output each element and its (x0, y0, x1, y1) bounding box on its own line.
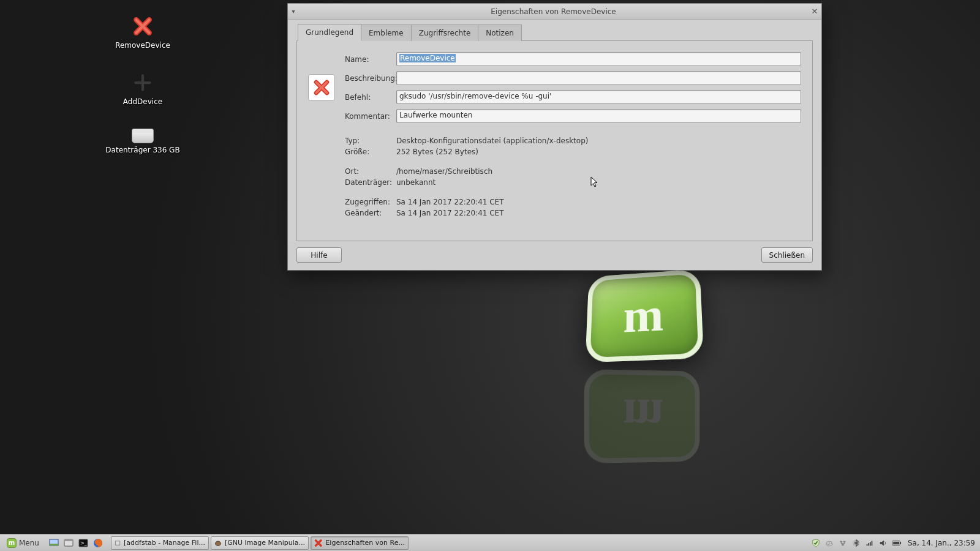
svg-rect-1 (50, 544, 58, 545)
terminal-icon: >_ (78, 538, 88, 548)
start-menu-label: Menu (19, 539, 39, 547)
tab-basic[interactable]: Grundlegend (298, 24, 361, 41)
value-accessed: Sa 14 Jan 2017 22:20:41 CET (396, 198, 504, 206)
label-name: Name: (345, 55, 396, 64)
name-input[interactable]: RemoveDevice (396, 52, 801, 66)
file-manager-launcher[interactable] (62, 536, 75, 550)
drive-icon (132, 129, 154, 143)
label-volume: Datenträger: (345, 178, 396, 187)
desktop-icon-label: RemoveDevice (115, 41, 170, 50)
system-tray: Sa, 14. Jan., 23:59 (811, 538, 975, 548)
label-description: Beschreibung: (345, 74, 396, 83)
label-type: Typ: (345, 137, 396, 145)
value-location: /home/maser/Schreibtisch (396, 167, 492, 176)
remove-icon (314, 539, 322, 547)
value-size: 252 Bytes (252 Bytes) (396, 148, 478, 156)
command-input[interactable]: gksudo '/usr/sbin/remove-device %u -gui' (396, 90, 801, 104)
taskbar: m Menu >_ [addfstab - Manage Fil... [GNU (0, 534, 980, 551)
label-modified: Geändert: (345, 209, 396, 217)
properties-window: ▾ Eigenschaften von RemoveDevice ✕ Grund… (287, 3, 822, 271)
wifi-icon[interactable] (865, 538, 875, 548)
value-modified: Sa 14 Jan 2017 22:20:41 CET (396, 209, 504, 217)
window-menu-button[interactable]: ▾ (288, 8, 299, 15)
svg-rect-22 (893, 541, 899, 544)
bluetooth-icon[interactable] (851, 538, 861, 548)
task-addfstab[interactable]: [addfstab - Manage Fil... (111, 536, 209, 550)
label-accessed: Zugegriffen: (345, 198, 396, 206)
svg-rect-17 (868, 543, 869, 545)
launcher-icon-button[interactable] (308, 74, 335, 101)
tab-content-basic: Name: RemoveDevice Beschreibung: Befehl:… (296, 40, 813, 241)
desktop-icon-drive[interactable]: Datenträger 336 GB (103, 129, 183, 154)
description-input[interactable] (396, 71, 801, 85)
desktop-icon-removedevice[interactable]: RemoveDevice (103, 16, 183, 50)
tab-strip: Grundlegend Embleme Zugriffsrechte Notiz… (298, 23, 813, 40)
cloud-icon[interactable] (824, 538, 834, 548)
wallpaper-logo: m (585, 269, 720, 373)
task-gimp[interactable]: [GNU Image Manipula... (211, 536, 309, 550)
shield-icon[interactable] (811, 538, 821, 548)
svg-text:>_: >_ (80, 541, 88, 546)
desktop[interactable]: m m RemoveDevice AddDevice Datenträger 3… (0, 0, 980, 534)
tab-permissions[interactable]: Zugriffsrechte (411, 24, 479, 41)
desktop-icon-label: Datenträger 336 GB (105, 146, 179, 154)
close-dialog-button[interactable]: Schließen (761, 247, 813, 263)
help-button[interactable]: Hilfe (296, 247, 342, 263)
desktop-icon-adddevice[interactable]: AddDevice (103, 72, 183, 106)
svg-rect-7 (115, 541, 120, 544)
close-button[interactable]: ✕ (808, 7, 821, 16)
app-icon (115, 539, 121, 547)
firefox-launcher[interactable] (91, 536, 105, 550)
task-label: [addfstab - Manage Fil... (124, 539, 205, 547)
svg-rect-18 (870, 542, 871, 545)
task-label: Eigenschaften von Re... (325, 539, 405, 547)
svg-rect-19 (872, 541, 873, 545)
add-icon (132, 72, 153, 95)
network-icon[interactable] (838, 538, 848, 548)
value-volume: unbekannt (396, 178, 435, 187)
window-title: Eigenschaften von RemoveDevice (299, 7, 808, 16)
task-properties[interactable]: Eigenschaften von Re... (311, 536, 409, 550)
value-type: Desktop-Konfigurationsdatei (application… (396, 137, 588, 145)
svg-rect-13 (843, 541, 846, 542)
task-list: [addfstab - Manage Fil... [GNU Image Man… (111, 536, 409, 550)
volume-icon[interactable] (878, 538, 888, 548)
terminal-launcher[interactable]: >_ (77, 536, 90, 550)
svg-rect-12 (840, 541, 843, 542)
firefox-icon (93, 538, 103, 548)
svg-point-11 (829, 541, 832, 544)
task-label: [GNU Image Manipula... (225, 539, 305, 547)
remove-icon (313, 79, 330, 96)
svg-rect-16 (867, 544, 868, 545)
remove-icon (132, 16, 153, 39)
file-manager-icon (64, 538, 74, 548)
svg-rect-14 (842, 544, 844, 545)
gimp-icon (214, 539, 222, 547)
label-comment: Kommentar: (345, 112, 396, 121)
desktop-icon-label: AddDevice (123, 97, 162, 106)
label-location: Ort: (345, 167, 396, 176)
mint-logo-icon: m (7, 538, 17, 548)
svg-rect-21 (900, 542, 901, 544)
comment-input[interactable]: Laufwerke mounten (396, 109, 801, 123)
tab-notes[interactable]: Notizen (478, 24, 522, 41)
clock[interactable]: Sa, 14. Jan., 23:59 (908, 539, 975, 547)
svg-point-8 (215, 541, 221, 545)
wallpaper-logo-reflection: m (584, 369, 717, 463)
battery-icon[interactable] (892, 538, 902, 548)
show-desktop-button[interactable] (47, 536, 61, 550)
start-menu-button[interactable]: m Menu (2, 536, 43, 550)
tab-emblems[interactable]: Embleme (361, 24, 412, 41)
titlebar[interactable]: ▾ Eigenschaften von RemoveDevice ✕ (288, 4, 821, 20)
desktop-icon (49, 538, 59, 548)
svg-rect-3 (64, 539, 73, 541)
label-command: Befehl: (345, 93, 396, 102)
label-size: Größe: (345, 148, 396, 156)
